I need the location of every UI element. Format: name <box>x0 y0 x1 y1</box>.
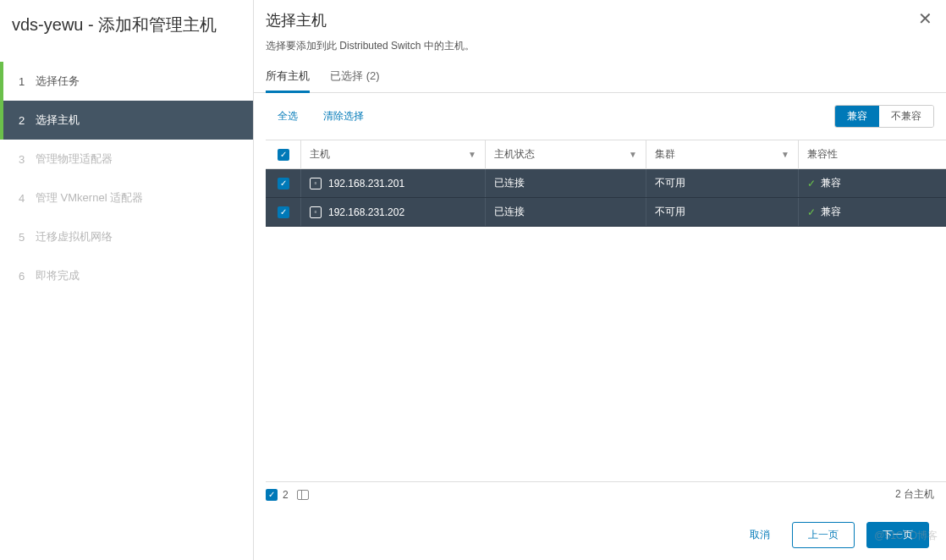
close-icon[interactable]: ✕ <box>918 8 932 29</box>
next-button[interactable]: 下一页 <box>866 522 929 548</box>
tab-all-hosts[interactable]: 所有主机 <box>266 69 310 93</box>
filter-icon[interactable]: ▼ <box>629 150 637 159</box>
col-header-host[interactable]: 主机 ▼ <box>301 140 486 168</box>
select-all-link[interactable]: 全选 <box>278 109 298 124</box>
host-status: 已连接 <box>486 198 646 226</box>
row-checkbox[interactable]: ✓ <box>266 169 301 197</box>
checkbox-icon: ✓ <box>266 489 278 501</box>
filter-icon[interactable]: ▼ <box>781 150 789 159</box>
tab-selected[interactable]: 已选择 (2) <box>330 69 380 92</box>
step-label: 管理 VMkernel 适配器 <box>36 190 143 206</box>
step-label: 管理物理适配器 <box>36 151 113 167</box>
host-name: 192.168.231.202 <box>328 206 404 218</box>
step-label: 迁移虚拟机网络 <box>36 229 113 244</box>
tabs: 所有主机 已选择 (2) <box>254 69 946 93</box>
previous-button[interactable]: 上一页 <box>792 522 855 548</box>
wizard-step-1[interactable]: 1 选择任务 <box>0 62 253 101</box>
row-checkbox[interactable]: ✓ <box>266 198 301 226</box>
wizard-title: vds-yewu - 添加和管理主机 <box>0 7 253 62</box>
host-icon: ▫ <box>310 178 322 189</box>
compat-filter-toggle: 兼容 不兼容 <box>834 105 934 128</box>
wizard-step-3: 3 管理物理适配器 <box>0 140 253 178</box>
host-status: 已连接 <box>486 169 646 197</box>
col-header-status[interactable]: 主机状态 ▼ <box>486 140 646 168</box>
host-compat: 兼容 <box>821 205 841 219</box>
hosts-table: ✓ 主机 ▼ 主机状态 ▼ 集群 ▼ 兼容性 ✓ <box>266 140 946 482</box>
table-footer: ✓ 2 2 台主机 <box>254 482 946 507</box>
checkbox-icon: ✓ <box>278 149 289 161</box>
total-hosts-label: 2 台主机 <box>895 487 934 502</box>
wizard-step-6: 6 即将完成 <box>0 256 253 295</box>
check-icon: ✓ <box>807 178 816 189</box>
table-row[interactable]: ✓ ▫ 192.168.231.202 已连接 不可用 ✓ 兼容 <box>266 198 946 227</box>
column-toggle-icon[interactable] <box>297 490 309 500</box>
filter-icon[interactable]: ▼ <box>468 150 476 159</box>
host-icon: ▫ <box>310 206 322 218</box>
host-compat: 兼容 <box>821 176 841 190</box>
page-subtitle: 选择要添加到此 Distributed Switch 中的主机。 <box>266 39 934 53</box>
step-label: 选择任务 <box>36 74 80 89</box>
clear-selection-link[interactable]: 清除选择 <box>323 109 364 124</box>
filter-compatible-button[interactable]: 兼容 <box>835 106 879 127</box>
page-title: 选择主机 <box>266 10 934 30</box>
host-cluster: 不可用 <box>646 169 799 197</box>
wizard-sidebar: vds-yewu - 添加和管理主机 1 选择任务 2 选择主机 3 管理物理适… <box>0 0 254 560</box>
checkbox-icon: ✓ <box>278 178 289 189</box>
main-panel: ✕ 选择主机 选择要添加到此 Distributed Switch 中的主机。 … <box>254 0 946 560</box>
step-label: 选择主机 <box>36 113 80 128</box>
col-header-compat[interactable]: 兼容性 <box>799 140 946 168</box>
selected-count: 2 <box>283 489 289 501</box>
step-label: 即将完成 <box>36 268 80 283</box>
host-cluster: 不可用 <box>646 198 799 226</box>
cancel-button[interactable]: 取消 <box>740 523 780 547</box>
wizard-step-5: 5 迁移虚拟机网络 <box>0 217 253 256</box>
select-all-checkbox[interactable]: ✓ <box>266 140 301 168</box>
checkbox-icon: ✓ <box>278 206 289 218</box>
host-name: 192.168.231.201 <box>328 178 404 189</box>
col-header-cluster[interactable]: 集群 ▼ <box>646 140 799 168</box>
table-row[interactable]: ✓ ▫ 192.168.231.201 已连接 不可用 ✓ 兼容 <box>266 169 946 198</box>
filter-incompatible-button[interactable]: 不兼容 <box>879 106 933 127</box>
wizard-step-4: 4 管理 VMkernel 适配器 <box>0 178 253 217</box>
check-icon: ✓ <box>807 206 816 218</box>
wizard-step-2[interactable]: 2 选择主机 <box>0 101 253 140</box>
